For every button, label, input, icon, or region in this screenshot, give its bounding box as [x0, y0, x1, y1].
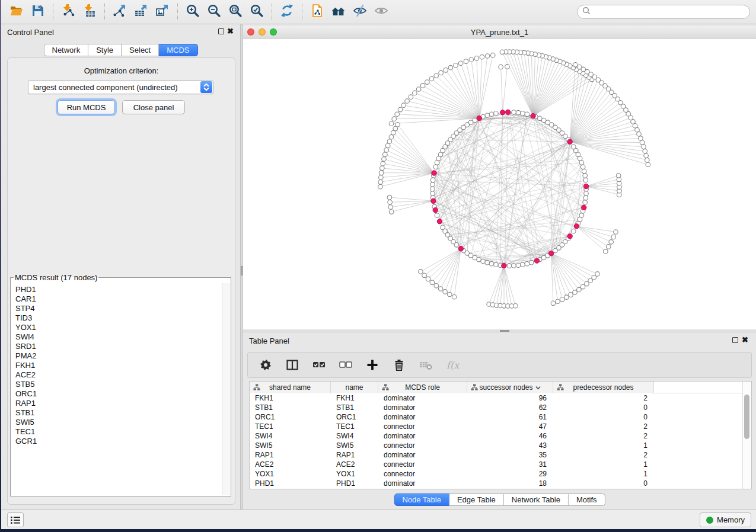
table-row[interactable]: TEC1TEC1connector472: [250, 422, 742, 431]
zoom-fit-button[interactable]: [225, 2, 246, 21]
export-table-button[interactable]: [130, 2, 152, 21]
zoom-in-button[interactable]: [182, 2, 203, 21]
mcds-result-group: MCDS result (17 nodes) PHD1CAR1STP4TID3Y…: [10, 273, 231, 496]
table-scrollbar-thumb[interactable]: [744, 395, 749, 439]
table-cell: YOX1: [331, 469, 378, 479]
mcds-result-scrollbar[interactable]: [222, 283, 230, 495]
column-header-predecessor-nodes[interactable]: predecessor nodes: [553, 382, 654, 393]
tab-mcds[interactable]: MCDS: [159, 44, 197, 56]
optimization-criterion-label: Optimization criterion:: [8, 66, 235, 75]
tab-network[interactable]: Network: [43, 44, 88, 56]
show-eye-button[interactable]: [371, 2, 392, 21]
export-network-button[interactable]: [109, 2, 130, 21]
mcds-result-item[interactable]: CAR1: [15, 294, 222, 304]
column-label: successor nodes: [479, 383, 532, 392]
mcds-result-item[interactable]: GCR1: [15, 437, 222, 446]
select-all-button[interactable]: [312, 357, 326, 373]
table-row[interactable]: RAP1RAP1dominator352: [250, 450, 742, 460]
tab-node-table[interactable]: Node Table: [394, 493, 449, 506]
mcds-result-item[interactable]: ORC1: [15, 389, 222, 399]
deselect-all-button[interactable]: [339, 357, 353, 373]
column-header-successor-nodes[interactable]: successor nodes: [467, 382, 553, 393]
tab-style[interactable]: Style: [88, 44, 122, 56]
column-header-MCDS-role[interactable]: MCDS role: [378, 382, 467, 393]
sort-desc-icon: [535, 383, 541, 392]
criterion-dropdown[interactable]: largest connected component (undirected): [28, 80, 213, 94]
table-cell: 29: [467, 469, 553, 479]
table-cell: SWI5: [250, 441, 331, 450]
search-input[interactable]: [594, 8, 745, 17]
table-row[interactable]: STB1STB1dominator620: [250, 403, 742, 412]
splitter-grip[interactable]: [241, 266, 243, 275]
settings-button[interactable]: [259, 357, 273, 373]
mcds-result-item[interactable]: TID3: [15, 313, 222, 323]
table-row[interactable]: SWI5SWI5connector431: [250, 441, 742, 450]
add-column-button[interactable]: [365, 357, 379, 373]
split-column-button[interactable]: [285, 357, 299, 373]
run-mcds-button[interactable]: Run MCDS: [58, 100, 115, 114]
table-row[interactable]: ACE2ACE2connector311: [250, 460, 742, 469]
table-panel-close-icon[interactable]: ✖: [742, 335, 748, 344]
table-row[interactable]: PHD1PHD1dominator180: [250, 479, 742, 488]
table-cell: 31: [467, 460, 553, 469]
function-builder-button: f(x): [445, 357, 460, 373]
table-row[interactable]: SWI4SWI4dominator462: [250, 431, 742, 441]
memory-button[interactable]: Memory: [700, 512, 751, 527]
column-header-name[interactable]: name: [331, 382, 378, 393]
mcds-result-list[interactable]: PHD1CAR1STP4TID3YOX1SWI4SRD1PMA2FKH1ACE2…: [11, 283, 222, 495]
table-row[interactable]: FKH1FKH1dominator962: [250, 393, 742, 403]
table-scrollbar[interactable]: [742, 382, 751, 489]
mcds-result-item[interactable]: TEC1: [15, 427, 222, 437]
close-panel-button[interactable]: Close panel: [122, 100, 185, 114]
export-image-button[interactable]: [152, 2, 173, 21]
hide-eye-button[interactable]: [349, 2, 371, 21]
import-table-button[interactable]: [79, 2, 100, 21]
mcds-result-item[interactable]: YOX1: [15, 323, 222, 332]
import-network-button[interactable]: [58, 2, 79, 21]
save-button[interactable]: [27, 2, 49, 21]
svg-text:f(x): f(x): [446, 360, 460, 371]
mcds-panel-body: Optimization criterion: largest connecte…: [7, 57, 235, 505]
mcds-result-item[interactable]: RAP1: [15, 399, 222, 408]
network-canvas[interactable]: [243, 39, 756, 329]
mcds-result-item[interactable]: SWI5: [15, 418, 222, 427]
mcds-result-item[interactable]: PHD1: [15, 285, 222, 294]
tab-edge-table[interactable]: Edge Table: [449, 493, 504, 506]
table-cell: dominator: [378, 412, 467, 422]
delete-column-button[interactable]: [392, 357, 406, 373]
table-cell: 47: [467, 422, 553, 431]
refresh-button[interactable]: [276, 2, 298, 21]
mcds-result-item[interactable]: STB1: [15, 408, 222, 418]
network-file-button[interactable]: [307, 2, 328, 21]
neighbors-button[interactable]: [328, 2, 349, 21]
table-row[interactable]: ORC1ORC1dominator610: [250, 412, 742, 422]
open-button[interactable]: [6, 2, 27, 21]
table-cell: 1: [553, 469, 654, 479]
zoom-out-icon: [206, 4, 222, 20]
zoom-out-button[interactable]: [203, 2, 225, 21]
column-header-shared-name[interactable]: shared name: [250, 382, 331, 393]
zoom-selected-button[interactable]: [246, 2, 267, 21]
table-cell: SWI4: [331, 431, 378, 441]
table-panel-float-icon[interactable]: [732, 337, 738, 343]
table-cell: 0: [553, 412, 654, 422]
mcds-result-item[interactable]: SRD1: [15, 342, 222, 351]
search-field[interactable]: [577, 5, 750, 19]
mcds-result-item[interactable]: PMA2: [15, 351, 222, 361]
toolbar-separator: [177, 4, 178, 20]
mcds-result-item[interactable]: SWI4: [15, 332, 222, 342]
mcds-result-item[interactable]: ACE2: [15, 370, 222, 380]
panel-menu-button[interactable]: [7, 512, 24, 527]
mcds-result-item[interactable]: FKH1: [15, 361, 222, 370]
splitter-grip[interactable]: [500, 330, 509, 332]
tab-motifs[interactable]: Motifs: [569, 493, 605, 506]
tab-network-table[interactable]: Network Table: [504, 493, 569, 506]
control-panel-close-icon[interactable]: ✖: [227, 27, 234, 36]
control-panel-float-icon[interactable]: [218, 28, 224, 34]
network-file-icon: [310, 4, 325, 20]
table-panel-tabs: Node TableEdge TableNetwork TableMotifs: [394, 493, 605, 506]
table-row[interactable]: YOX1YOX1connector291: [250, 469, 742, 479]
tab-select[interactable]: Select: [122, 44, 159, 56]
mcds-result-item[interactable]: STP4: [15, 304, 222, 313]
mcds-result-item[interactable]: STB5: [15, 380, 222, 389]
